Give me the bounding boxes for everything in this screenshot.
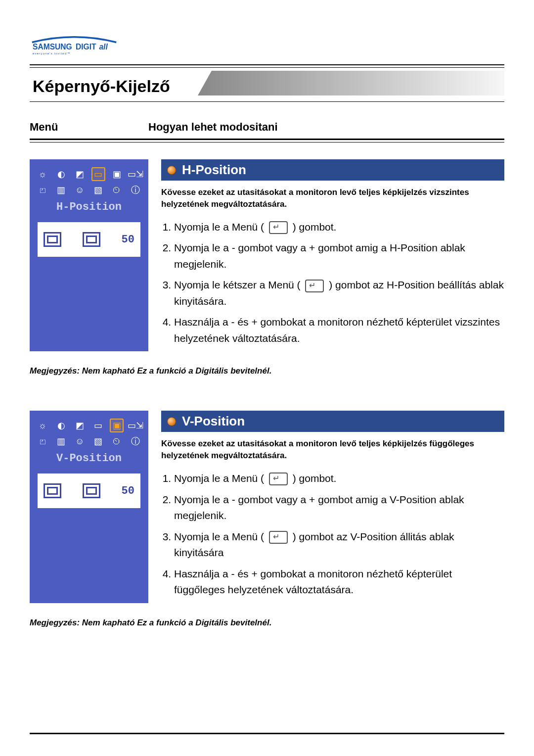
osd-icon: ⓘ xyxy=(129,434,142,448)
osd-value-v: 50 xyxy=(122,485,134,497)
columns-rule-thin xyxy=(30,142,504,142)
osd-icon: ▣ xyxy=(110,167,124,181)
osd-icon-row2-h: ⏍ ▥ ☺ ▧ ⏲ ⓘ xyxy=(36,183,142,197)
osd-icon: ⏲ xyxy=(110,183,124,197)
osd-panel-h: ☼ ◐ ◩ ▭ ▣ ▭⇲ ⏍ ▥ ☺ ▧ ⏲ ⓘ H-Position 50 xyxy=(30,159,148,351)
osd-value-row-h: 50 xyxy=(38,222,140,257)
heading-bar-h: H-Position xyxy=(161,159,504,181)
osd-icon-row1-h: ☼ ◐ ◩ ▭ ▣ ▭⇲ xyxy=(36,167,142,181)
osd-icon-selected: ▣ xyxy=(110,419,124,432)
svg-text:all: all xyxy=(99,43,108,51)
bullet-icon xyxy=(167,417,176,426)
top-rule-thin xyxy=(30,67,504,68)
osd-icon: ⏍ xyxy=(36,183,49,197)
osd-icon: ◐ xyxy=(54,167,68,181)
osd-icon: ▧ xyxy=(91,434,105,448)
osd-value-h: 50 xyxy=(122,234,134,246)
top-rule-thick xyxy=(30,64,504,65)
osd-icon: ▭ xyxy=(91,419,105,432)
svg-text:DIGIT: DIGIT xyxy=(76,43,96,51)
osd-icon: ◐ xyxy=(54,419,68,432)
osd-icon: ▭⇲ xyxy=(129,419,142,432)
osd-icon-selected: ▭ xyxy=(91,167,105,181)
section-h-position: ☼ ◐ ◩ ▭ ▣ ▭⇲ ⏍ ▥ ☺ ▧ ⏲ ⓘ H-Position 50 xyxy=(30,159,504,351)
step-v-2: Nyomja le a - gombot vagy a + gombot ami… xyxy=(174,492,504,524)
tagline: everyone's invited™ xyxy=(33,52,71,55)
steps-v: Nyomja le a Menü ( ) gombot. Nyomja le a… xyxy=(163,471,504,598)
note-h: Megjegyzés: Nem kapható Ez a funkció a D… xyxy=(30,366,504,376)
screen-right-icon xyxy=(83,232,100,247)
osd-icon: ⏍ xyxy=(36,434,49,448)
osd-icon: ◩ xyxy=(73,419,87,432)
heading-v: V-Position xyxy=(182,414,245,429)
footer-rule xyxy=(30,733,504,734)
screen-left-icon xyxy=(44,232,61,247)
lead-text-v: Kövesse ezeket az utasitásokat a monitor… xyxy=(161,438,504,462)
page-title-block: Képernyő-Kijelző xyxy=(30,71,504,100)
section-v-position: ☼ ◐ ◩ ▭ ▣ ▭⇲ ⏍ ▥ ☺ ▧ ⏲ ⓘ V-Position 50 xyxy=(30,411,504,603)
osd-icon: ▧ xyxy=(91,183,105,197)
step-v-3: Nyomja le a Menü ( ) gombot az V-Positio… xyxy=(174,529,504,561)
heading-h: H-Position xyxy=(182,162,246,178)
osd-icon: ▭⇲ xyxy=(129,167,142,181)
osd-icon: ◩ xyxy=(73,167,87,181)
screen-right-icon xyxy=(83,483,100,498)
col-header-menu: Menü xyxy=(30,121,148,134)
lead-text-h: Kövesse ezeket az utasitásokat a monitor… xyxy=(161,187,504,210)
bullet-icon xyxy=(167,166,176,175)
note-v: Megjegyzés: Nem kapható Ez a funkció a D… xyxy=(30,618,504,628)
step-h-3: Nyomja le kétszer a Menü ( ) gombot az H… xyxy=(174,277,504,309)
column-headers: Menü Hogyan lehet modositani xyxy=(30,121,504,134)
step-h-1: Nyomja le a Menü ( ) gombot. xyxy=(174,219,504,236)
menu-button-icon xyxy=(269,221,288,234)
col-header-howto: Hogyan lehet modositani xyxy=(148,121,504,134)
osd-icon: ▥ xyxy=(54,183,68,197)
osd-icon-row1-v: ☼ ◐ ◩ ▭ ▣ ▭⇲ xyxy=(36,419,142,432)
osd-icon: ☺ xyxy=(73,183,87,197)
step-h-4: Használja a - és + gombokat a monitoron … xyxy=(174,314,504,346)
svg-text:SAMSUNG: SAMSUNG xyxy=(33,43,72,51)
osd-icon: ⏲ xyxy=(110,434,124,448)
screen-left-icon xyxy=(44,483,61,498)
osd-icon: ☼ xyxy=(36,167,49,181)
menu-button-icon xyxy=(269,472,288,485)
osd-icon-row2-v: ⏍ ▥ ☺ ▧ ⏲ ⓘ xyxy=(36,434,142,448)
page-title: Képernyő-Kijelző xyxy=(30,71,504,102)
osd-value-row-v: 50 xyxy=(38,473,140,508)
samsung-digitall-logo: SAMSUNG DIGIT all everyone's invited™ xyxy=(30,35,119,55)
heading-bar-v: V-Position xyxy=(161,411,504,432)
step-v-1: Nyomja le a Menü ( ) gombot. xyxy=(174,471,504,487)
osd-icon: ⓘ xyxy=(129,183,142,197)
osd-title-h: H-Position xyxy=(35,201,143,213)
menu-button-icon xyxy=(305,280,324,292)
menu-button-icon xyxy=(269,531,288,544)
step-h-2: Nyomja le a - gombot vagy a + gombot ami… xyxy=(174,240,504,272)
columns-rule-thick xyxy=(30,139,504,140)
osd-panel-v: ☼ ◐ ◩ ▭ ▣ ▭⇲ ⏍ ▥ ☺ ▧ ⏲ ⓘ V-Position 50 xyxy=(30,411,148,603)
steps-h: Nyomja le a Menü ( ) gombot. Nyomja le a… xyxy=(163,219,504,347)
osd-icon: ▥ xyxy=(54,434,68,448)
osd-title-v: V-Position xyxy=(35,452,143,465)
step-v-4: Használja a - és + gombokat a monitoron … xyxy=(174,566,504,598)
osd-icon: ☺ xyxy=(73,434,87,448)
osd-icon: ☼ xyxy=(36,419,49,432)
